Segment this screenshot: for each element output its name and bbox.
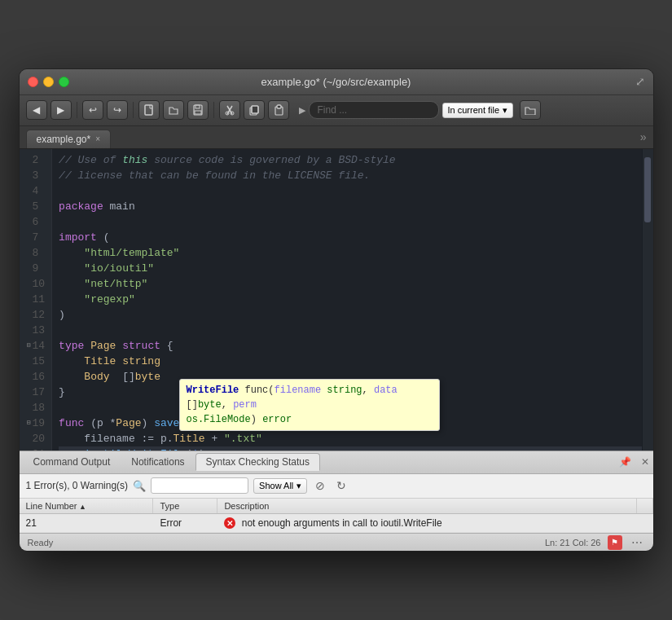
- undo-button[interactable]: ↩: [82, 100, 103, 120]
- panel-toolbar: 1 Error(s), 0 Warning(s) 🔍 Show All ▾ ⊘ …: [20, 474, 653, 499]
- status-settings-button[interactable]: ⋯: [629, 534, 645, 551]
- panel-right-buttons: 📌 ✕: [617, 454, 653, 470]
- code-line-11: "regexp": [59, 292, 646, 307]
- copy-button[interactable]: [244, 100, 265, 120]
- code-line-9: "io/ioutil": [59, 261, 646, 276]
- tab-scroll-right[interactable]: »: [637, 130, 650, 143]
- cell-line-number: 21: [20, 513, 153, 533]
- tab-example-go[interactable]: example.go* ×: [26, 130, 112, 148]
- search-arrow-icon: ▶: [299, 105, 305, 116]
- status-text: Ready: [28, 538, 54, 547]
- code-line-2: // Use of this source code is governed b…: [59, 152, 646, 168]
- code-line-12: ): [59, 307, 646, 323]
- table-row[interactable]: 21 Error ✕ not enough arguments in call …: [20, 513, 653, 533]
- svg-rect-0: [145, 105, 152, 115]
- col-expand: [636, 499, 652, 514]
- toolbar-separator-2: [133, 102, 134, 118]
- status-right: Ln: 21 Col: 26 ⚑ ⋯: [545, 534, 645, 551]
- show-all-dropdown[interactable]: Show All ▾: [253, 478, 307, 494]
- refresh-button[interactable]: ↻: [333, 477, 349, 494]
- toolbar-separator-1: [77, 102, 77, 118]
- error-indicator-button[interactable]: ⚑: [608, 535, 622, 550]
- code-editor[interactable]: 2 3 4 5 6 7 8 9 10 11 12 13 ⊟14 15 16 17…: [20, 149, 653, 451]
- search-area: ▶ In current file ▾: [299, 100, 542, 120]
- col-type[interactable]: Type: [153, 499, 217, 514]
- autocomplete-tooltip: WriteFile func(filename string, data []b…: [179, 379, 440, 431]
- error-table: Line Number Type Description 21 Error ✕ …: [20, 499, 653, 534]
- cut-button[interactable]: [219, 100, 240, 120]
- line-numbers: 2 3 4 5 6 7 8 9 10 11 12 13 ⊟14 15 16 17…: [20, 149, 53, 451]
- col-description[interactable]: Description: [217, 499, 636, 514]
- new-file-button[interactable]: [138, 100, 160, 120]
- titlebar: example.go* (~/go/src/example) ⤢: [20, 69, 653, 95]
- code-line-5: package main: [59, 199, 646, 214]
- status-bar: Ready Ln: 21 Col: 26 ⚑ ⋯: [20, 533, 653, 551]
- search-folder-button[interactable]: [520, 100, 541, 120]
- search-input[interactable]: [309, 101, 439, 119]
- code-line-15: Title string: [59, 354, 646, 369]
- save-file-button[interactable]: [187, 100, 209, 120]
- tab-bar: example.go* × »: [20, 126, 653, 149]
- code-line-10: "net/http": [59, 276, 646, 292]
- code-line-7: import (: [59, 230, 646, 245]
- filter-button[interactable]: ⊘: [312, 477, 328, 494]
- minimize-button[interactable]: [43, 77, 54, 87]
- paste-button[interactable]: [268, 100, 289, 120]
- panel-pin-button[interactable]: 📌: [617, 454, 634, 470]
- toolbar: ◀ ▶ ↩ ↪: [20, 95, 653, 126]
- tab-filename: example.go*: [37, 134, 91, 145]
- svg-rect-2: [195, 105, 200, 108]
- close-button[interactable]: [28, 77, 38, 87]
- toolbar-separator-3: [213, 102, 214, 118]
- error-icon: ✕: [224, 517, 235, 529]
- forward-button[interactable]: ▶: [51, 100, 72, 120]
- panel-search-input[interactable]: [151, 477, 248, 494]
- tab-syntax-checking[interactable]: Syntax Checking Status: [195, 453, 320, 471]
- scrollbar-thumb[interactable]: [644, 157, 651, 222]
- window-title: example.go* (~/go/src/example): [261, 76, 411, 88]
- traffic-lights: [28, 77, 69, 87]
- code-line-8: "html/template": [59, 245, 646, 261]
- open-file-button[interactable]: [163, 100, 184, 120]
- code-line-21: ioutil.WriteFile(|): [59, 446, 646, 451]
- cell-type: Error: [153, 513, 217, 533]
- code-scrollbar[interactable]: [642, 149, 653, 451]
- cell-description: ✕ not enough arguments in call to ioutil…: [217, 513, 636, 533]
- cell-expand: [636, 513, 652, 533]
- code-line-20: filename := p.Title + ".txt": [59, 431, 646, 446]
- tab-close-button[interactable]: ×: [95, 135, 100, 143]
- code-line-13: [59, 323, 646, 338]
- svg-rect-3: [195, 111, 201, 114]
- chevron-down-icon: ▾: [503, 105, 507, 116]
- cursor-position: Ln: 21 Col: 26: [545, 538, 601, 547]
- tab-command-output[interactable]: Command Output: [23, 453, 121, 471]
- code-line-14: type Page struct {: [59, 338, 646, 354]
- chevron-down-icon: ▾: [296, 481, 301, 491]
- tab-notifications[interactable]: Notifications: [121, 453, 195, 471]
- search-scope-dropdown[interactable]: In current file ▾: [442, 103, 514, 118]
- redo-button[interactable]: ↪: [107, 100, 128, 120]
- col-line-number[interactable]: Line Number: [20, 499, 153, 514]
- zoom-button[interactable]: [59, 77, 69, 87]
- code-line-3: // license that can be found in the LICE…: [59, 168, 646, 183]
- panel-search-icon: 🔍: [133, 480, 146, 492]
- svg-rect-10: [277, 105, 281, 108]
- panel-close-button[interactable]: ✕: [637, 454, 653, 470]
- error-count-label: 1 Error(s), 0 Warning(s): [26, 480, 129, 491]
- svg-rect-7: [252, 106, 258, 113]
- panel-tab-bar: Command Output Notifications Syntax Chec…: [20, 451, 653, 474]
- code-line-6: [59, 214, 646, 230]
- bottom-panel: Command Output Notifications Syntax Chec…: [20, 451, 653, 534]
- main-window: example.go* (~/go/src/example) ⤢ ◀ ▶ ↩ ↪: [19, 68, 654, 552]
- resize-icon[interactable]: ⤢: [635, 75, 645, 88]
- back-button[interactable]: ◀: [26, 100, 47, 120]
- code-line-4: [59, 183, 646, 199]
